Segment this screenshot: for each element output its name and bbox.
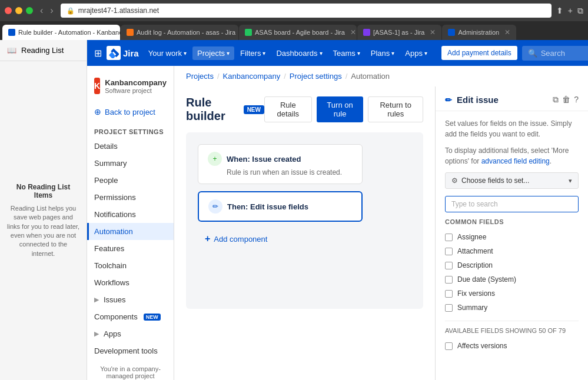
field-checkbox-assignee[interactable]: [445, 234, 453, 241]
return-to-rules-button[interactable]: Return to rules: [368, 96, 423, 122]
sidebar-item-automation[interactable]: Automation: [87, 223, 174, 240]
add-payment-button[interactable]: Add payment details: [441, 46, 517, 60]
browser-tab-3[interactable]: ASAS board - Agile board - Jira ✕: [239, 25, 357, 40]
sidebar-item-details[interactable]: Details: [87, 138, 174, 155]
help-icon[interactable]: ?: [574, 95, 579, 105]
forward-arrow[interactable]: ›: [48, 4, 55, 17]
sidebar-item-workflows[interactable]: Workflows: [87, 274, 174, 291]
nav-label-teams: Teams: [333, 49, 356, 58]
page-title: Rule builder: [186, 96, 238, 123]
back-arrow[interactable]: ‹: [38, 4, 45, 17]
jira-logo-icon: [107, 46, 121, 60]
add-component-label: Add component: [214, 235, 267, 244]
issues-arrow-icon: ▶: [94, 296, 99, 304]
sidebar-item-summary[interactable]: Summary: [87, 155, 174, 172]
rule-canvas: + When: Issue created Rule is run when a…: [186, 132, 423, 309]
jira-logo[interactable]: Jira: [107, 46, 139, 60]
field-checkbox-attachment[interactable]: [445, 248, 453, 255]
nav-item-teams[interactable]: Teams ▾: [328, 46, 365, 60]
field-label-summary: Summary: [457, 304, 487, 312]
breadcrumb-projects[interactable]: Projects: [186, 72, 214, 81]
nav-item-projects[interactable]: Projects ▾: [192, 46, 234, 60]
share-icon[interactable]: ⬆: [556, 6, 563, 16]
sidebar-item-toolchain[interactable]: Toolchain: [87, 257, 174, 274]
rule-builder-actions: Rule details Turn on rule Return to rule…: [264, 96, 423, 122]
field-item-description[interactable]: Description: [445, 258, 579, 272]
field-checkbox-description[interactable]: [445, 262, 453, 269]
field-item-summary[interactable]: Summary: [445, 301, 579, 315]
field-checkbox-affects-versions[interactable]: [445, 342, 453, 350]
copy-icon[interactable]: ⧉: [553, 95, 559, 105]
breadcrumb-project-settings[interactable]: Project settings: [290, 72, 342, 81]
rule-details-button[interactable]: Rule details: [264, 96, 312, 122]
then-step[interactable]: ✏ Then: Edit issue fields: [198, 191, 363, 222]
reading-list-title: Reading List: [21, 46, 64, 55]
edit-panel-body: Set values for fields on the issue. Simp…: [436, 111, 588, 360]
nav-chevron-filters: ▾: [263, 50, 265, 56]
nav-item-dashboards[interactable]: Dashboards ▾: [271, 46, 327, 60]
new-tab-icon[interactable]: +: [568, 6, 573, 16]
field-checkbox-due-date[interactable]: [445, 276, 453, 284]
field-item-attachment[interactable]: Attachment: [445, 244, 579, 258]
turn-on-rule-button[interactable]: Turn on rule: [317, 96, 364, 122]
edit-panel: ✏ Edit issue ⧉ 🗑 ? Set values: [435, 86, 588, 380]
field-checkbox-summary[interactable]: [445, 304, 453, 312]
field-checkbox-fix-versions[interactable]: [445, 290, 453, 298]
extensions-icon[interactable]: ⧉: [577, 6, 583, 16]
field-item-affects-versions[interactable]: Affects versions: [445, 339, 579, 353]
sidebar-item-issues[interactable]: ▶ Issues: [87, 291, 174, 308]
field-item-assignee[interactable]: Assignee: [445, 230, 579, 244]
search-box[interactable]: 🔍: [522, 46, 588, 61]
sidebar-label-toolchain: Toolchain: [94, 261, 127, 270]
minimize-window-btn[interactable]: [15, 7, 22, 14]
field-search-input[interactable]: [445, 196, 579, 212]
sidebar-label-issues: Issues: [104, 295, 126, 304]
close-window-btn[interactable]: [5, 7, 12, 14]
grid-icon[interactable]: ⊞: [94, 48, 102, 59]
when-step[interactable]: + When: Issue created Rule is run when a…: [198, 144, 363, 184]
field-item-fix-versions[interactable]: Fix versions: [445, 286, 579, 301]
sidebar-item-apps[interactable]: ▶ Apps: [87, 325, 174, 342]
sidebar-item-permissions[interactable]: Permissions: [87, 189, 174, 206]
choose-fields-button[interactable]: ⚙ Choose fields to set... ▾: [445, 172, 579, 189]
address-bar[interactable]: 🔒 mrajtest47-1.atlassian.net: [61, 4, 552, 18]
address-text: mrajtest47-1.atlassian.net: [78, 6, 159, 15]
browser-tab-2[interactable]: Audit log - Automation - asas - Jira ✕: [121, 25, 238, 40]
sidebar-label-workflows: Workflows: [94, 278, 129, 287]
advanced-field-editing-link[interactable]: advanced field editing: [481, 157, 550, 165]
add-component-button[interactable]: + Add component: [198, 229, 274, 249]
edit-panel-title: ✏ Edit issue: [445, 95, 499, 105]
back-to-project-link[interactable]: ⊕ Back to project: [87, 104, 174, 120]
lock-icon: 🔒: [67, 7, 75, 15]
tab-close-4[interactable]: ✕: [430, 28, 436, 36]
nav-label-plans: Plans: [371, 49, 390, 58]
when-step-description: Rule is run when an issue is created.: [227, 168, 353, 176]
field-item-due-date[interactable]: Due date (System): [445, 272, 579, 286]
nav-item-filters[interactable]: Filters ▾: [235, 46, 270, 60]
sidebar-item-notifications[interactable]: Notifications: [87, 206, 174, 223]
tab-close-5[interactable]: ✕: [504, 28, 510, 36]
nav-item-plans[interactable]: Plans ▾: [366, 46, 400, 60]
tab-close-3[interactable]: ✕: [350, 28, 356, 36]
sidebar-item-people[interactable]: People: [87, 172, 174, 189]
browser-tab-1[interactable]: Rule builder - Automation - Kanbancompa.…: [2, 25, 120, 40]
sidebar-item-dev-tools[interactable]: Development tools: [87, 342, 174, 359]
browser-tab-4[interactable]: [ASAS-1] as - Jira ✕: [357, 25, 441, 40]
then-step-title: Then: Edit issue fields: [227, 202, 308, 211]
maximize-window-btn[interactable]: [26, 7, 33, 14]
sidebar-item-features[interactable]: Features: [87, 240, 174, 257]
sidebar-label-summary: Summary: [94, 159, 127, 168]
tab-favicon-5: [448, 29, 455, 36]
sidebar-company: K Kanbancompany Software project: [87, 73, 174, 99]
edit-pencil-icon: ✏: [445, 95, 452, 105]
breadcrumb-kanbancompany[interactable]: Kanbancompany: [223, 72, 281, 81]
reading-list-icon: 📖: [7, 46, 16, 55]
nav-item-apps[interactable]: Apps ▾: [400, 46, 432, 60]
sidebar-item-components[interactable]: Components NEW: [87, 308, 174, 325]
browser-tab-5[interactable]: Administration ✕: [442, 25, 516, 40]
search-input[interactable]: [541, 49, 588, 58]
nav-item-your-work[interactable]: Your work ▾: [144, 46, 191, 60]
tab-favicon-2: [127, 29, 134, 36]
tab-label-3: ASAS board - Agile board - Jira: [255, 29, 345, 36]
delete-icon[interactable]: 🗑: [562, 95, 570, 105]
